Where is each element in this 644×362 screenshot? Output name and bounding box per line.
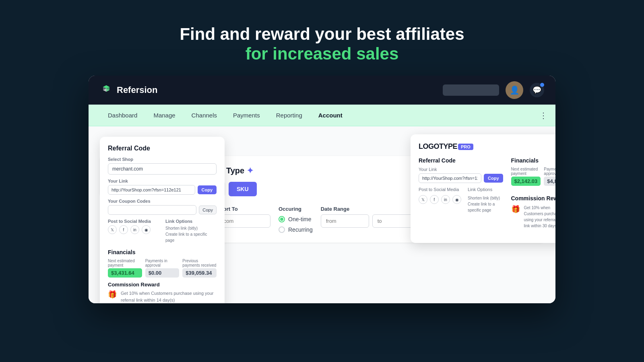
financials-title: Financials [108,249,217,255]
lt-fin-approval: Payments in approval $4,886.91 [544,167,555,190]
logotype-brand: LOGOTYPE [419,142,457,151]
select-shop-label: Select Shop [108,157,217,162]
coupon-codes-label: Your Coupon Codes [108,199,217,204]
lt-fin-next-value: $2,142.03 [511,177,541,186]
date-range-label: Date Range [321,206,421,212]
commission-text: Get 10% when Customers purchase using yo… [121,290,217,303]
select-shop[interactable]: merchant.com [108,163,217,175]
date-from-input[interactable] [321,214,369,228]
radio-recurring[interactable]: Recurring [279,226,313,233]
occurring-label: Occuring [279,206,313,212]
lt-instagram-icon[interactable]: ◉ [452,195,461,204]
nav-manage[interactable]: Manage [145,105,183,126]
content-area: Reporting New Report Report Status Repor… [89,126,555,303]
fin-previous-value: $39,059.34 [182,268,217,278]
linkedin-icon[interactable]: in [130,225,139,234]
nav-dashboard[interactable]: Dashboard [100,105,145,126]
lt-commission-title: Commission Reward [511,195,556,202]
radio-group: One-time Recurring [279,216,313,233]
top-bar: Refersion 👤 💬 [89,76,555,105]
search-bar[interactable] [443,84,499,96]
hero-section: Find and reward your best affiliates for… [180,0,464,76]
link-options-label: Link Options [165,219,217,224]
nav-channels[interactable]: Channels [184,105,225,126]
nav: Dashboard Manage Channels Payments Repor… [89,105,555,126]
app-window: Refersion 👤 💬 Dashboard Manage Channels … [89,76,555,303]
coupon-row: Copy [108,205,217,215]
logotype-body: Referral Code Your Link Copy Post to Soc… [419,157,555,235]
coupon-input[interactable] [108,205,196,215]
lt-fin-grid: Next estimated payment $2,142.03 Payment… [511,167,556,190]
social-icons: 𝕏 f in ◉ [108,225,159,234]
social-col: Post to Social Media 𝕏 f in ◉ [108,219,159,243]
logotype-referral-col: Referral Code Your Link Copy Post to Soc… [419,157,503,235]
lt-commission-icon1: 🎁 [511,205,520,214]
fin-next-estimated: Next estimated payment $3,431.64 [108,259,142,278]
facebook-icon[interactable]: f [119,225,128,234]
commission-icon: 🎁 [108,290,117,299]
lt-link-options-col: Link Options Shorten link (bitly)Create … [468,187,503,213]
top-bar-right: 👤 💬 [443,81,544,99]
radio-one-time[interactable]: One-time [279,216,313,222]
logotype-card: LOGOTYPE PRO Referral Code Your Link Cop… [411,134,555,243]
copy-coupon-button[interactable]: Copy [199,206,217,214]
logotype-header: LOGOTYPE PRO [419,142,555,151]
pro-badge: PRO [458,144,473,150]
hero-title: Find and reward your best affiliates [180,24,464,44]
nav-reporting[interactable]: Reporting [268,105,310,126]
financials-section: Financials Next estimated payment $3,431… [108,249,217,303]
social-section: Post to Social Media 𝕏 f in ◉ Link Optio… [108,219,217,243]
nav-account[interactable]: Account [310,105,351,126]
lt-link-options-label: Link Options [468,187,503,192]
financials-grid: Next estimated payment $3,431.64 Payment… [108,259,217,278]
lt-commission-row: 🎁 Get 10% when Customers purchase using … [511,205,556,235]
lt-link-row: Copy [419,173,503,183]
lt-fin-approval-value: $4,886.91 [544,177,555,186]
commission-row: 🎁 Get 10% when Customers purchase using … [108,290,217,303]
link-options-col: Link Options Shorten link (bitly)Create … [165,219,217,243]
chat-badge [540,83,544,87]
radio-recurring-dot [279,226,285,233]
hero-subtitle: for increased sales [180,44,464,64]
lt-copy-button[interactable]: Copy [484,174,503,183]
logotype-financials-col: Financials Next estimated payment $2,142… [511,157,556,235]
logo: Refersion [100,84,157,97]
lt-referral-title: Referral Code [419,157,503,164]
link-options-text: Shorten link (bitly)Create link to a spe… [165,225,217,243]
nav-payments[interactable]: Payments [225,105,268,126]
referral-card: Referral Code Select Shop merchant.com Y… [100,137,225,303]
tab-sku[interactable]: SKU [229,182,257,196]
fin-next-value: $3,431.64 [108,268,142,278]
fin-approval-value: $0.00 [145,268,180,278]
lt-social-col: Post to Social Media 𝕏 f in ◉ [419,187,461,213]
lt-financials-title: Financials [511,157,556,164]
link-row: Copy [108,185,217,195]
logo-icon [100,84,113,97]
avatar[interactable]: 👤 [506,81,523,99]
chat-icon[interactable]: 💬 [530,83,544,97]
lt-facebook-icon[interactable]: f [430,195,439,204]
lt-commission-text1: Get 10% when Customers purchase using yo… [524,205,556,229]
link-input[interactable] [108,185,195,195]
post-social-label: Post to Social Media [108,219,159,224]
occurring-group: Occuring One-time Recurring [279,206,313,233]
nav-more-icon[interactable]: ⋮ [539,111,547,120]
lt-link-options-text: Shorten link (bitly)Create link to a spe… [468,195,503,213]
fin-previous-payments: Previous payments received $39,059.34 [182,259,217,278]
lt-linkedin-icon[interactable]: in [441,195,450,204]
date-range-group: Date Range [321,206,421,228]
your-link-label: Your Link [108,179,217,183]
lt-twitter-icon[interactable]: 𝕏 [419,195,427,204]
commission-title: Commission Reward [108,282,217,288]
radio-one-time-dot [279,216,285,222]
lt-link-input[interactable] [419,173,481,183]
fin-payments-approval: Payments in approval $0.00 [145,259,180,278]
lt-fin-next: Next estimated payment $2,142.03 [511,167,541,190]
logo-text: Refersion [117,85,157,95]
required-star: ✦ [247,166,254,175]
lt-your-link-label: Your Link [419,167,503,172]
instagram-icon[interactable]: ◉ [142,225,151,234]
lt-social-icons: 𝕏 f in ◉ [419,195,461,204]
copy-link-button[interactable]: Copy [198,185,217,194]
twitter-icon[interactable]: 𝕏 [108,225,117,234]
